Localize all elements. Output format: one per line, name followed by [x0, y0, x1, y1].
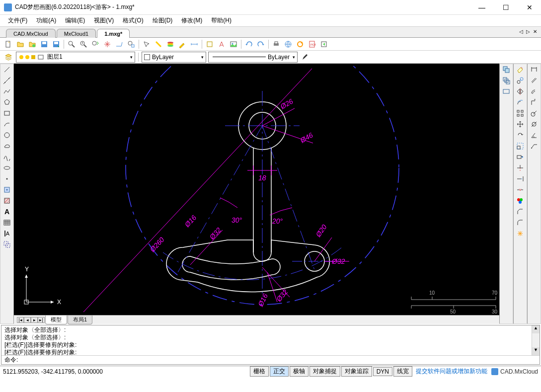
copy-tool[interactable] — [514, 75, 527, 86]
toggle-lwt[interactable]: 线宽 — [393, 366, 412, 377]
arc-tool[interactable] — [0, 119, 13, 130]
tab-doc-1[interactable]: MxCloud1 — [57, 29, 96, 38]
menu-file[interactable]: 文件(F) — [4, 15, 31, 26]
layer-manager-button[interactable] — [3, 52, 14, 63]
zoom-extents-button[interactable] — [90, 39, 101, 50]
color-tool[interactable] — [514, 195, 527, 206]
linetype-combo[interactable]: ByLayer ▾ — [208, 52, 298, 63]
mtext-tool[interactable]: A — [0, 228, 13, 239]
brush-button[interactable] — [300, 52, 310, 63]
toggle-ortho[interactable]: 正交 — [270, 366, 289, 377]
layout-first-button[interactable]: |◂ — [17, 317, 24, 323]
tab-next-icon[interactable]: ▷ — [525, 29, 531, 34]
dim-leader-tool[interactable] — [528, 141, 541, 152]
saveas-button[interactable] — [51, 39, 62, 50]
match-button[interactable] — [177, 39, 188, 50]
dim-linear-tool[interactable] — [528, 64, 541, 75]
circle-tool[interactable] — [0, 130, 13, 141]
tile-tool[interactable] — [500, 86, 513, 97]
chamfer-tool[interactable] — [514, 206, 527, 217]
tab-doc-2[interactable]: 1.mxg* — [97, 29, 130, 38]
dim-aligned-tool[interactable] — [528, 75, 541, 86]
extend-tool[interactable] — [514, 173, 527, 184]
layers-button[interactable] — [165, 39, 176, 50]
drawing-canvas[interactable]: Ø26 Ø46 18 30° 20° Ø16 Ø260 Ø32 Ø20 Ø32 … — [14, 64, 499, 315]
pan-button[interactable] — [102, 39, 113, 50]
dim-arc-tool[interactable] — [528, 86, 541, 97]
open-file-button[interactable] — [15, 39, 26, 50]
region-tool[interactable] — [0, 239, 13, 250]
break-tool[interactable] — [514, 184, 527, 195]
ellipse-tool[interactable] — [0, 162, 13, 173]
redo-button[interactable] — [255, 39, 266, 50]
minimize-button[interactable]: — — [474, 2, 489, 12]
scroll-down-icon[interactable]: ▼ — [532, 347, 540, 355]
image-button[interactable] — [228, 39, 239, 50]
zoom-previous-button[interactable] — [114, 39, 125, 50]
menu-modify[interactable]: 修改(M) — [177, 15, 206, 26]
tool-a-button[interactable] — [216, 39, 227, 50]
zoom-in-button[interactable]: + — [78, 39, 89, 50]
cascade-tool[interactable] — [500, 75, 513, 86]
dim-angular-tool[interactable] — [528, 130, 541, 141]
text-tool[interactable]: A — [0, 206, 13, 217]
feedback-link[interactable]: 提交软件问题或增加新功能 — [416, 367, 487, 376]
web-button[interactable] — [283, 39, 294, 50]
layer-combo[interactable]: 图层1 ▾ — [16, 52, 135, 63]
close-button[interactable]: ✕ — [522, 2, 537, 12]
pdf-button[interactable]: PDF — [307, 39, 317, 50]
select-button[interactable] — [141, 39, 152, 50]
new-file-button[interactable] — [3, 39, 14, 50]
color-combo[interactable]: ByLayer ▾ — [142, 52, 206, 63]
toggle-polar[interactable]: 极轴 — [290, 366, 309, 377]
layout-last-button[interactable]: ▸| — [38, 317, 45, 323]
menu-help[interactable]: 帮助(H) — [207, 15, 235, 26]
stretch-tool[interactable] — [514, 152, 527, 162]
print-button[interactable] — [271, 39, 282, 50]
save-button[interactable] — [39, 39, 50, 50]
array-tool[interactable] — [514, 108, 527, 119]
menu-format[interactable]: 格式(O) — [119, 15, 147, 26]
copy-duplicate-tool[interactable] — [500, 64, 513, 75]
tab-prev-icon[interactable]: ◁ — [518, 29, 524, 34]
point-tool[interactable] — [0, 173, 13, 184]
rotate-tool[interactable] — [514, 130, 527, 141]
table-tool[interactable] — [0, 217, 13, 228]
move-tool[interactable] — [514, 119, 527, 130]
trim-tool[interactable] — [514, 162, 527, 173]
construction-line-tool[interactable] — [0, 75, 13, 86]
polyline-tool[interactable] — [0, 86, 13, 97]
dimstyle-button[interactable] — [189, 39, 200, 50]
erase-tool[interactable] — [514, 64, 527, 75]
tab-close-icon[interactable]: ✕ — [532, 29, 538, 34]
tab-doc-0[interactable]: CAD.MxCloud — [6, 29, 56, 38]
toggle-grid[interactable]: 栅格 — [250, 366, 269, 377]
dim-ordinate-tool[interactable]: x — [528, 97, 541, 108]
rectangle-tool[interactable] — [0, 108, 13, 119]
zoom-object-button[interactable] — [126, 39, 137, 50]
menu-view[interactable]: 视图(V) — [90, 15, 118, 26]
toggle-dyn[interactable]: DYN — [373, 367, 392, 376]
polygon-tool[interactable] — [0, 97, 13, 108]
properties-button[interactable] — [153, 39, 164, 50]
maximize-button[interactable]: ☐ — [498, 2, 513, 12]
offset-tool[interactable] — [514, 97, 527, 108]
open-remote-button[interactable] — [27, 39, 38, 50]
scroll-up-icon[interactable]: ▲ — [532, 325, 540, 333]
zoom-window-button[interactable] — [66, 39, 77, 50]
menu-draw[interactable]: 绘图(D) — [149, 15, 177, 26]
block-button[interactable] — [204, 39, 215, 50]
dim-diameter-tool[interactable] — [528, 119, 541, 130]
menu-function[interactable]: 功能(A) — [32, 15, 60, 26]
layout-tab-1[interactable]: 布局1 — [68, 315, 92, 324]
refresh-button[interactable] — [295, 39, 306, 50]
undo-button[interactable] — [243, 39, 254, 50]
command-scrollbar[interactable]: ▲ ▼ — [532, 325, 540, 355]
layout-prev-button[interactable]: ◂ — [24, 317, 31, 323]
revcloud-tool[interactable] — [0, 141, 13, 152]
scale-tool[interactable] — [514, 141, 527, 152]
layout-next-button[interactable]: ▸ — [31, 317, 38, 323]
layout-tab-model[interactable]: 模型 — [45, 315, 67, 324]
fillet-tool[interactable] — [514, 217, 527, 228]
dim-radius-tool[interactable] — [528, 108, 541, 119]
